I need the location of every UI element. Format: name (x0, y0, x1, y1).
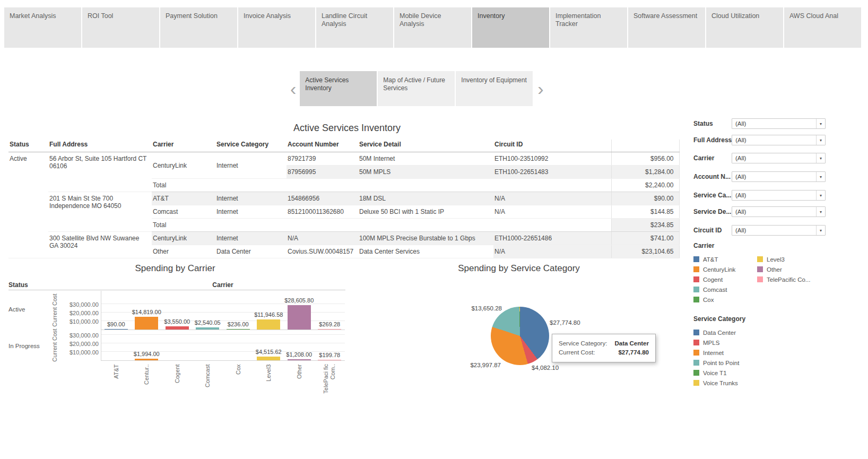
x-axis-label[interactable]: Cogent (173, 364, 180, 409)
cell-total-cost[interactable]: $2,240.00 (611, 179, 679, 192)
cell-total-cost[interactable]: $234.85 (611, 219, 679, 232)
bar-in-progress-telepaci-fic-com-[interactable] (318, 360, 341, 360)
x-axis-label[interactable]: TelePaci fic Com.. (323, 364, 336, 394)
cell-circuit[interactable]: N/A (493, 192, 611, 205)
cell-cost[interactable]: $1,284.00 (611, 166, 679, 179)
cell-cost[interactable]: $956.00 (611, 152, 679, 166)
filter-circuit-id-dropdown[interactable]: (All) ▾ (732, 225, 826, 236)
cell-account[interactable]: 87921739 (287, 152, 358, 166)
bar-active-cogent[interactable] (166, 326, 189, 330)
legend-item-cox[interactable]: Cox (693, 295, 752, 305)
bar-active-at-t[interactable] (105, 329, 128, 330)
legend-item-centurylink[interactable]: CenturyLink (693, 264, 752, 274)
legend-item-level3[interactable]: Level3 (757, 254, 815, 264)
story-point-active-services-inventory[interactable]: Active Services Inventory (300, 71, 377, 106)
cell-category[interactable]: Internet (215, 152, 287, 179)
cell-account[interactable]: 87956995 (287, 166, 358, 179)
legend-item-mpls[interactable]: MPLS (693, 337, 752, 348)
cell-address[interactable]: 201 S Main St Ste 700 Independence MO 64… (48, 192, 152, 232)
tab-aws-cloud-analysis[interactable]: AWS Cloud Anal (784, 7, 861, 48)
cell-cost[interactable]: $741.00 (611, 232, 679, 245)
legend-item-voice-trunks[interactable]: Voice Trunks (693, 378, 752, 388)
cell-circuit[interactable]: N/A (493, 245, 611, 258)
story-point-label: Inventory of Equipment (461, 76, 526, 84)
cell-detail[interactable]: 50M Internet (358, 152, 493, 166)
legend-item-data-center[interactable]: Data Center (693, 327, 752, 337)
cell-carrier[interactable]: AT&T (152, 192, 215, 205)
legend-item-other[interactable]: Other (757, 264, 815, 274)
filter-service-detail-dropdown[interactable]: (All) ▾ (732, 206, 826, 217)
filter-full-address-dropdown[interactable]: (All) ▾ (732, 135, 826, 145)
bar-active-comcast[interactable] (196, 327, 219, 330)
story-point-map-of-services[interactable]: Map of Active / Future Services (378, 71, 455, 106)
cell-circuit[interactable]: ETH100-22651483 (493, 166, 611, 179)
tab-payment-solution[interactable]: Payment Solution (160, 7, 237, 48)
x-axis-label[interactable]: AT&T (112, 364, 119, 409)
legend-item-att[interactable]: AT&T (693, 254, 752, 264)
x-axis-label[interactable]: Other (296, 364, 302, 409)
cell-account[interactable]: 8512100011362680 (287, 205, 358, 219)
bar-in-progress-centur-[interactable] (135, 359, 158, 360)
tab-implementation-tracker[interactable]: Implementation Tracker (550, 7, 627, 48)
tab-market-analysis[interactable]: Market Analysis (4, 7, 81, 48)
cell-detail[interactable]: Data Center Services (358, 245, 493, 258)
cell-category[interactable]: Internet (215, 205, 287, 219)
cell-account[interactable]: 154866956 (287, 192, 358, 205)
cell-account[interactable]: N/A (287, 232, 358, 245)
cell-cost[interactable]: $23,104.65 (611, 245, 679, 258)
x-axis-label[interactable]: Centur.. (143, 364, 150, 409)
cell-account[interactable]: Covius.SUW.00048157 (287, 245, 358, 258)
filter-status-dropdown[interactable]: (All) ▾ (732, 118, 826, 129)
story-point-inventory-of-equipment[interactable]: Inventory of Equipment (456, 71, 533, 106)
cell-detail[interactable]: 100M MPLS Precise Burstable to 1 Gbps (358, 232, 493, 245)
cell-carrier[interactable]: CenturyLink (152, 232, 215, 245)
legend-item-voice-t1[interactable]: Voice T1 (693, 368, 752, 378)
cell-carrier[interactable]: Comcast (152, 205, 215, 219)
tab-software-assessment[interactable]: Software Assessment (628, 7, 705, 48)
pie-chart[interactable] (491, 307, 549, 365)
cell-category[interactable]: Internet (215, 192, 287, 205)
cell-circuit[interactable]: ETH1000-22651486 (493, 232, 611, 245)
legend-item-point-to-point[interactable]: Point to Point (693, 358, 752, 368)
cell-category[interactable]: Internet (215, 232, 287, 245)
story-prev-icon[interactable]: ‹ (287, 79, 300, 99)
legend-item-internet[interactable]: Internet (693, 348, 752, 358)
filter-label: Status (693, 120, 713, 127)
bar-active-telepaci-fic-com-[interactable] (318, 329, 341, 330)
tab-invoice-analysis[interactable]: Invoice Analysis (238, 7, 315, 48)
cell-detail[interactable]: 18M DSL (358, 192, 493, 205)
filter-account-number-dropdown[interactable]: (All) ▾ (732, 171, 826, 182)
tab-landline-circuit-analysis[interactable]: Landline Circuit Analysis (316, 7, 393, 48)
cell-detail[interactable]: 50M MPLS (358, 166, 493, 179)
x-axis-label[interactable]: Cox (235, 364, 241, 409)
cell-circuit[interactable]: ETH100-23510992 (493, 152, 611, 166)
legend-item-cogent[interactable]: Cogent (693, 274, 752, 284)
story-next-icon[interactable]: › (534, 79, 547, 99)
row-label-active[interactable]: Active (8, 306, 25, 313)
x-axis-label[interactable]: Comcast (204, 364, 211, 409)
legend-item-comcast[interactable]: Comcast (693, 284, 752, 295)
x-axis-label[interactable]: Level3 (265, 364, 272, 409)
bar-active-level3[interactable] (257, 319, 280, 330)
tab-roi-tool[interactable]: ROI Tool (82, 7, 159, 48)
tab-cloud-utilization[interactable]: Cloud Utilization (706, 7, 783, 48)
cell-detail[interactable]: Deluxe 50 BCI with 1 Static IP (358, 205, 493, 219)
legend-item-telepacific[interactable]: TelePacific Co... (757, 274, 815, 284)
filter-service-category-dropdown[interactable]: (All) ▾ (732, 190, 826, 201)
cell-cost[interactable]: $90.00 (611, 192, 679, 205)
cell-status[interactable]: Active (8, 152, 48, 258)
row-label-in-progress[interactable]: In Progress (8, 343, 40, 349)
cell-cost[interactable]: $144.85 (611, 205, 679, 219)
cell-carrier[interactable]: Other (152, 245, 215, 258)
cell-address[interactable]: 300 Satellite Blvd NW Suwanee GA 30024 (48, 232, 152, 258)
tab-inventory[interactable]: Inventory (472, 7, 549, 48)
bar-in-progress-other[interactable] (288, 359, 311, 360)
cell-circuit[interactable]: N/A (493, 205, 611, 219)
cell-category[interactable]: Data Center (215, 245, 287, 258)
dropdown-value: (All) (732, 155, 746, 161)
bar-active-cox[interactable] (227, 329, 250, 330)
cell-address[interactable]: 56 Arbor St, Suite 105 Hartford CT 06106 (48, 152, 152, 192)
tab-mobile-device-analysis[interactable]: Mobile Device Analysis (394, 7, 471, 48)
filter-carrier-dropdown[interactable]: (All) ▾ (732, 153, 826, 163)
cell-carrier[interactable]: CenturyLink (152, 152, 215, 179)
